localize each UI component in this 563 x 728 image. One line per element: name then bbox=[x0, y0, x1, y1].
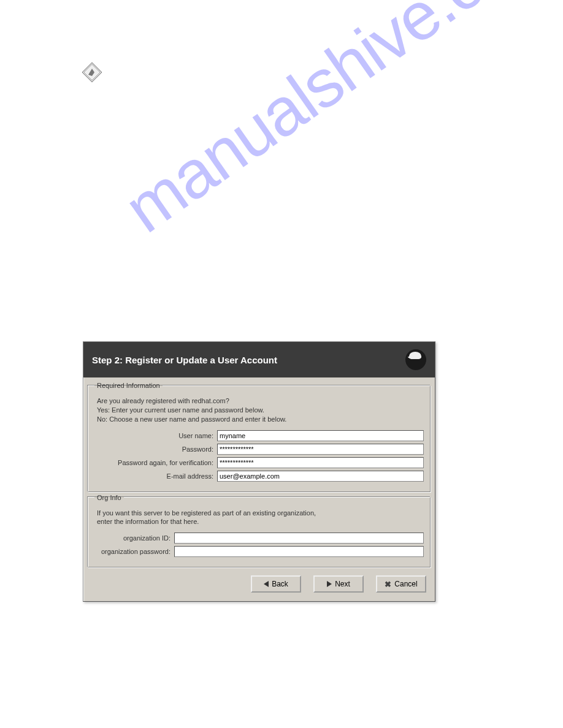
watermark-text: manualshive.com bbox=[110, 0, 563, 248]
org-password-input[interactable] bbox=[174, 546, 424, 557]
username-label: User name: bbox=[94, 432, 217, 439]
next-arrow-icon bbox=[327, 581, 332, 587]
back-arrow-icon bbox=[264, 581, 269, 587]
cancel-button[interactable]: ✖ Cancel bbox=[376, 575, 426, 593]
back-button[interactable]: Back bbox=[251, 575, 301, 593]
register-dialog: Step 2: Register or Update a User Accoun… bbox=[83, 341, 435, 602]
intro-yes: Yes: Enter your current user name and pa… bbox=[97, 406, 424, 415]
org-password-label: organization password: bbox=[94, 548, 174, 555]
email-row: E-mail address: bbox=[94, 471, 424, 482]
org-intro-line2: enter the information for that here. bbox=[97, 517, 424, 526]
dialog-header: Step 2: Register or Update a User Accoun… bbox=[83, 342, 435, 377]
org-info-fieldset: Org Info If you want this server to be r… bbox=[88, 494, 431, 568]
button-bar: Back Next ✖ Cancel bbox=[86, 569, 432, 599]
dialog-body: Required Information Are you already reg… bbox=[83, 377, 435, 601]
email-input[interactable] bbox=[217, 471, 424, 482]
org-password-row: organization password: bbox=[94, 546, 424, 557]
cancel-x-icon: ✖ bbox=[385, 580, 391, 589]
next-button[interactable]: Next bbox=[313, 575, 364, 593]
required-info-fieldset: Required Information Are you already reg… bbox=[88, 382, 431, 492]
dialog-title: Step 2: Register or Update a User Accoun… bbox=[92, 355, 277, 365]
intro-no: No: Choose a new user name and password … bbox=[97, 415, 424, 424]
org-intro-line1: If you want this server to be registered… bbox=[97, 509, 424, 518]
email-label: E-mail address: bbox=[94, 472, 217, 480]
required-info-intro: Are you already registered with redhat.c… bbox=[97, 396, 424, 424]
username-row: User name: bbox=[94, 430, 424, 441]
org-info-intro: If you want this server to be registered… bbox=[97, 509, 424, 527]
org-id-label: organization ID: bbox=[94, 534, 174, 542]
password-verify-row: Password again, for verification: bbox=[94, 457, 424, 468]
password-input[interactable] bbox=[217, 444, 424, 455]
note-icon bbox=[81, 61, 103, 83]
password-verify-input[interactable] bbox=[217, 457, 424, 468]
password-label: Password: bbox=[94, 446, 217, 453]
intro-question: Are you already registered with redhat.c… bbox=[97, 396, 424, 406]
back-button-label: Back bbox=[272, 580, 288, 588]
org-id-input[interactable] bbox=[174, 533, 424, 544]
cancel-button-label: Cancel bbox=[394, 580, 417, 588]
org-id-row: organization ID: bbox=[94, 533, 424, 544]
next-button-label: Next bbox=[335, 580, 350, 588]
org-info-legend: Org Info bbox=[94, 494, 124, 501]
redhat-logo-icon bbox=[405, 349, 426, 370]
password-verify-label: Password again, for verification: bbox=[94, 459, 217, 466]
required-info-legend: Required Information bbox=[94, 382, 163, 389]
username-input[interactable] bbox=[217, 430, 424, 441]
password-row: Password: bbox=[94, 444, 424, 455]
